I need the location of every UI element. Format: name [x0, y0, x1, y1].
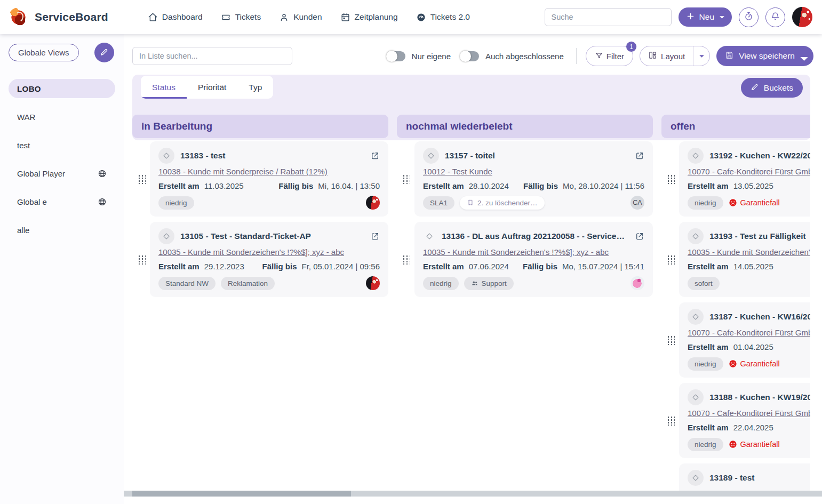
- drag-handle[interactable]: [397, 254, 414, 265]
- layout-grid-icon: [648, 51, 657, 61]
- tag: SLA1: [423, 196, 454, 210]
- new-button[interactable]: Neu: [679, 7, 732, 27]
- drag-handle[interactable]: [132, 254, 150, 265]
- ticket-card[interactable]: 13188 - Kuchen - KW19/2025 10070 - Cafe-…: [679, 383, 810, 458]
- nav-item-label: Tickets: [235, 12, 261, 22]
- sidebar-item-global-e[interactable]: Global e: [9, 192, 115, 211]
- drag-handle[interactable]: [661, 335, 679, 345]
- include-closed-toggle[interactable]: [460, 51, 479, 61]
- ticket-card[interactable]: 13192 - Kuchen - KW22/2025 10070 - Cafe-…: [679, 141, 810, 217]
- board-columns: in Bearbeitung 13183 - test 10038 - Kund…: [132, 115, 810, 491]
- customer-link[interactable]: 10035 - Kunde mit Sonderzeichen's !?%$];…: [688, 247, 810, 257]
- ticket-card[interactable]: 13193 - Test zu Fälligkeit 10035 - Kunde…: [679, 222, 810, 297]
- horizontal-scrollbar-track[interactable]: [124, 491, 822, 497]
- sidebar-item-test[interactable]: test: [9, 135, 115, 155]
- created-label: Erstellt am: [158, 262, 199, 271]
- ticket-type-diamond-icon: [688, 389, 704, 405]
- toolbar-divider: [576, 48, 577, 64]
- notifications-button[interactable]: [765, 7, 785, 27]
- calendar-icon: [340, 12, 350, 22]
- horizontal-scrollbar-thumb[interactable]: [132, 491, 351, 497]
- created-date: 22.04.2025: [733, 423, 773, 432]
- external-link-icon[interactable]: [370, 231, 380, 241]
- layout-button-label: Layout: [661, 52, 685, 61]
- save-icon: [725, 51, 734, 62]
- ticket-card[interactable]: 13105 - Test - Standard-Ticket-AP 10035 …: [150, 222, 388, 297]
- filter-button[interactable]: Filter 1: [586, 46, 633, 66]
- nav-item-dashboard[interactable]: Dashboard: [148, 12, 203, 22]
- global-search-input[interactable]: [545, 8, 672, 26]
- chevron-down-icon: [699, 54, 705, 58]
- drag-handle[interactable]: [661, 174, 679, 184]
- ticket-card[interactable]: 13183 - test 10038 - Kunde mit Sonderpre…: [150, 141, 388, 217]
- nav-item-tickets-2-0[interactable]: Tickets 2.0: [416, 12, 470, 22]
- only-own-label: Nur eigene: [412, 52, 451, 61]
- ticket-card[interactable]: 13189 - test 10023 - Französischer Kunde…: [679, 463, 810, 491]
- ticket-title: 13105 - Test - Standard-Ticket-AP: [180, 231, 364, 241]
- sidebar-item-label: Global Player: [17, 169, 65, 178]
- ticket-title: 13136 - DL aus Auftrag 202120058 - - Ser…: [442, 231, 629, 241]
- drag-handle[interactable]: [661, 415, 679, 426]
- ticket-type-diamond-icon: [158, 228, 174, 244]
- user-avatar[interactable]: [792, 7, 812, 27]
- tab-typ[interactable]: Typ: [237, 76, 273, 99]
- column-header: offen: [661, 115, 810, 138]
- ticket-title: 13188 - Kuchen - KW19/2025: [709, 393, 810, 402]
- funnel-icon: [595, 51, 603, 61]
- drag-handle[interactable]: [397, 174, 414, 184]
- ticket-card[interactable]: 13187 - Kuchen - KW16/2025 10070 - Cafe-…: [679, 302, 810, 378]
- only-own-toggle[interactable]: [387, 51, 405, 61]
- external-link-icon[interactable]: [370, 151, 380, 161]
- ticket-title: 13193 - Test zu Fälligkeit: [709, 231, 810, 241]
- customer-link[interactable]: 10012 - Test Kunde: [423, 167, 492, 176]
- nav-item-zeitplanung[interactable]: Zeitplanung: [340, 12, 398, 22]
- alert-tag: Garantiefall: [729, 198, 780, 207]
- tag: Standard NW: [158, 277, 216, 290]
- layout-button[interactable]: Layout: [640, 46, 693, 66]
- save-view-label: View speichern: [739, 51, 795, 61]
- ticket-card[interactable]: 13157 - toitel 10012 - Test Kunde Erstel…: [414, 141, 653, 217]
- created-date: 13.05.2025: [733, 181, 773, 190]
- ticket-title: 13187 - Kuchen - KW16/2025: [709, 312, 810, 322]
- buckets-button[interactable]: Buckets: [741, 78, 803, 98]
- tag: niedrig: [688, 196, 723, 210]
- edit-views-button[interactable]: [94, 43, 114, 62]
- sidebar-item-label: LOBO: [17, 84, 41, 93]
- created-date: 07.06.2024: [469, 262, 509, 271]
- list-search-input[interactable]: [132, 47, 292, 65]
- customer-link[interactable]: 10035 - Kunde mit Sonderzeichen's !?%$];…: [423, 247, 609, 257]
- drag-handle[interactable]: [661, 254, 679, 265]
- sidebar-item-lobo[interactable]: LOBO: [9, 79, 115, 98]
- nav-item-kunden[interactable]: Kunden: [279, 12, 322, 22]
- board-column: offen 13192 - Kuchen - KW22/2025 10070 -…: [661, 115, 810, 491]
- due-date: Mi, 16.04. | 13:50: [318, 181, 380, 190]
- customer-link[interactable]: 10070 - Cafe-Konditorei Fürst GmbH: [688, 409, 810, 418]
- drag-handle[interactable]: [132, 174, 150, 184]
- ticket-card[interactable]: 13136 - DL aus Auftrag 202120058 - - Ser…: [414, 222, 653, 297]
- alert-tag: Garantiefall: [729, 440, 780, 449]
- ticket-type-diamond-icon: [688, 309, 704, 325]
- customer-link[interactable]: 10035 - Kunde mit Sonderzeichen's !?%$];…: [158, 247, 344, 257]
- external-link-icon[interactable]: [635, 231, 644, 241]
- sidebar-item-alle[interactable]: alle: [9, 220, 115, 239]
- nav-item-tickets[interactable]: Tickets: [221, 12, 261, 22]
- global-views-button[interactable]: Globale Views: [9, 44, 79, 61]
- tab-priorität[interactable]: Priorität: [187, 76, 237, 99]
- customer-link[interactable]: 10070 - Cafe-Konditorei Fürst GmbH: [688, 167, 810, 176]
- customer-link[interactable]: 10038 - Kunde mit Sonderpreise / Rabatt …: [158, 167, 328, 176]
- time-tracking-button[interactable]: [739, 7, 759, 27]
- save-view-button[interactable]: View speichern: [716, 46, 813, 66]
- ticket-type-diamond-icon: [423, 228, 436, 244]
- stopwatch-icon: [744, 11, 754, 23]
- plus-icon: [687, 12, 695, 22]
- external-link-icon[interactable]: [635, 151, 644, 161]
- customer-link[interactable]: 10070 - Cafe-Konditorei Fürst GmbH: [688, 328, 810, 337]
- buckets-button-label: Buckets: [764, 83, 793, 93]
- layout-dropdown-button[interactable]: [693, 46, 709, 66]
- sidebar-item-war[interactable]: WAR: [9, 107, 115, 126]
- nav-item-label: Kunden: [293, 12, 322, 22]
- sidebar-item-label: Global e: [17, 197, 47, 206]
- layout-button-group: Layout: [640, 46, 710, 66]
- tab-status[interactable]: Status: [141, 76, 187, 99]
- sidebar-item-global-player[interactable]: Global Player: [9, 164, 115, 183]
